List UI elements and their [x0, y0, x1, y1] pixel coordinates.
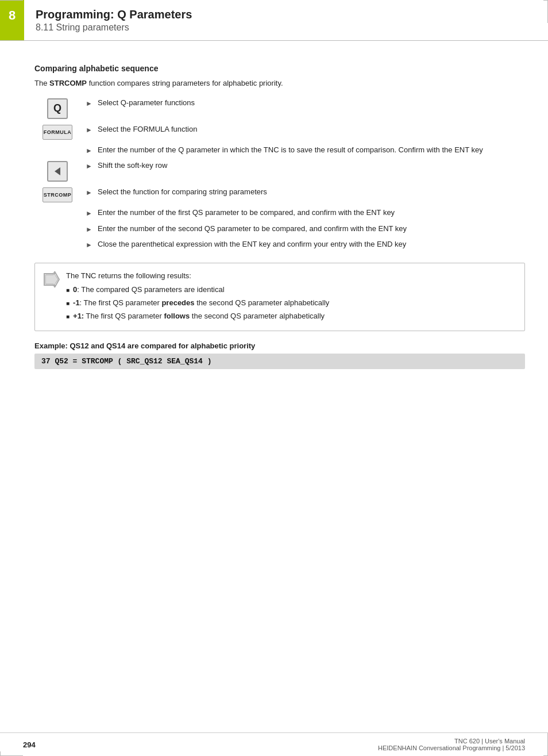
- step-icon-col-empty-8: [34, 239, 80, 240]
- corner-border-top-left: [0, 0, 23, 5]
- step-arrow-4: ►: [80, 160, 98, 170]
- step-icon-col-empty-7: [34, 223, 80, 224]
- step-row-8: ► Close the parenthetical expression wit…: [34, 239, 525, 250]
- step-arrow-6: ►: [80, 207, 98, 217]
- arrow-icon-2: ►: [86, 126, 92, 134]
- step-icon-col-q: Q: [34, 97, 80, 119]
- step-icon-col-shift: [34, 160, 80, 182]
- code-block: 37 Q52 = STRCOMP ( SRC_QS12 SEA_QS14 ): [34, 354, 525, 369]
- example-heading: Example: QS12 and QS14 are compared for …: [34, 341, 525, 350]
- comparing-section-heading: Comparing alphabetic sequence: [34, 64, 525, 73]
- step-text-6: Enter the number of the first QS paramet…: [98, 207, 525, 218]
- step-row-5: STRCOMP ► Select the function for compar…: [34, 186, 525, 202]
- note-item-text-0: 0: The compared QS parameters are identi…: [73, 284, 225, 296]
- step-row-4: ► Shift the soft-key row: [34, 160, 525, 182]
- corner-border-bottom-left: [0, 751, 23, 756]
- step-text-2: Select the FORMULA function: [98, 124, 525, 135]
- header: 8 Programming: Q Parameters 8.11 String …: [0, 0, 548, 40]
- arrow-icon-3: ►: [86, 147, 92, 155]
- note-bullet-0: ■: [66, 286, 70, 295]
- step-text-3: Enter the number of the Q parameter in w…: [98, 144, 525, 156]
- footer-subtitle: HEIDENHAIN Conversational Programming | …: [378, 745, 525, 751]
- intro-suffix: function compares string parameters for …: [87, 79, 283, 87]
- note-content: The TNC returns the following results: ■…: [66, 270, 329, 324]
- strcomp-key-icon: STRCOMP: [43, 187, 72, 202]
- step-arrow-8: ►: [80, 239, 98, 249]
- step-arrow-5: ►: [80, 186, 98, 197]
- q-key-icon: Q: [47, 98, 68, 119]
- arrow-icon-8: ►: [86, 241, 92, 249]
- note-icon-svg: [43, 271, 60, 287]
- note-box: The TNC returns the following results: ■…: [34, 263, 525, 331]
- arrow-icon-6: ►: [86, 209, 92, 217]
- step-text-5: Select the function for comparing string…: [98, 186, 525, 198]
- step-arrow-3: ►: [80, 144, 98, 155]
- main-content: Comparing alphabetic sequence The STRCOM…: [0, 41, 548, 732]
- note-bullet-2: ■: [66, 312, 70, 321]
- intro-bold: STRCOMP: [49, 79, 87, 87]
- step-row: Q ► Select Q-parameter functions: [34, 97, 525, 119]
- step-arrow-2: ►: [80, 124, 98, 134]
- intro-prefix: The: [34, 79, 49, 87]
- step-text-7: Enter the number of the second QS parame…: [98, 223, 525, 235]
- formula-key-icon: FORMULA: [43, 125, 72, 140]
- step-row-6: ► Enter the number of the first QS param…: [34, 207, 525, 218]
- step-text-4: Shift the soft-key row: [98, 160, 525, 171]
- note-intro: The TNC returns the following results:: [66, 270, 329, 282]
- note-item-text-1: -1: The first QS parameter precedes the …: [73, 297, 329, 309]
- shift-key-icon: [47, 161, 68, 182]
- step-row-7: ► Enter the number of the second QS para…: [34, 223, 525, 235]
- note-item-1: ■ -1: The first QS parameter precedes th…: [66, 297, 329, 309]
- svg-marker-0: [55, 167, 60, 175]
- note-item-text-2: +1: The first QS parameter follows the s…: [73, 310, 325, 323]
- step-icon-col-empty-6: [34, 207, 80, 208]
- step-row-3: ► Enter the number of the Q parameter in…: [34, 144, 525, 156]
- step-icon-col-empty-3: [34, 144, 80, 145]
- footer-product: TNC 620 | User's Manual: [378, 738, 525, 745]
- step-text-1: Select Q-parameter functions: [98, 97, 525, 109]
- arrow-icon-7: ►: [86, 225, 92, 233]
- step-arrow-7: ►: [80, 223, 98, 233]
- note-bullet-1: ■: [66, 299, 70, 308]
- corner-border-top-right: [543, 0, 548, 23]
- step-row-2: FORMULA ► Select the FORMULA function: [34, 124, 525, 140]
- arrow-icon-1: ►: [86, 99, 92, 108]
- step-arrow-1: ►: [80, 97, 98, 108]
- note-item-2: ■ +1: The first QS parameter follows the…: [66, 310, 329, 323]
- chapter-tab: 8: [0, 0, 24, 40]
- steps-container: Q ► Select Q-parameter functions FORMULA…: [34, 97, 525, 255]
- note-arrow-icon: [43, 271, 60, 291]
- section-title: 8.11 String parameters: [36, 22, 537, 33]
- intro-text: The STRCOMP function compares string par…: [34, 78, 525, 89]
- shift-arrow-svg: [52, 166, 63, 176]
- page-wrapper: 8 Programming: Q Parameters 8.11 String …: [0, 0, 548, 756]
- arrow-icon-5: ►: [86, 189, 92, 197]
- footer-page-number: 294: [23, 740, 36, 749]
- arrow-icon-4: ►: [86, 162, 92, 170]
- corner-border-bottom-right: [543, 733, 548, 756]
- footer-info: TNC 620 | User's Manual HEIDENHAIN Conve…: [378, 738, 525, 751]
- note-item-0: ■ 0: The compared QS parameters are iden…: [66, 284, 329, 296]
- step-icon-col-strcomp: STRCOMP: [34, 186, 80, 202]
- chapter-title: Programming: Q Parameters: [36, 8, 537, 21]
- step-icon-col-formula: FORMULA: [34, 124, 80, 140]
- step-text-8: Close the parenthetical expression with …: [98, 239, 525, 250]
- footer: 294 TNC 620 | User's Manual HEIDENHAIN C…: [0, 732, 548, 756]
- header-content: Programming: Q Parameters 8.11 String pa…: [24, 0, 548, 40]
- chapter-number: 8: [9, 8, 16, 23]
